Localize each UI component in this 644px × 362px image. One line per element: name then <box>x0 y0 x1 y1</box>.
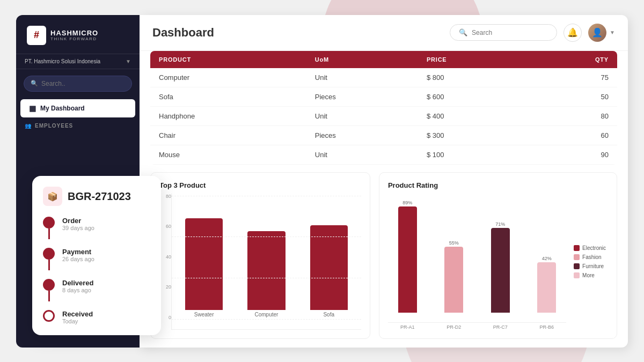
y-axis: 0 20 40 60 80 <box>159 194 171 330</box>
logo-text: HASHMICRO THINK FORWARD <box>50 29 98 41</box>
legend-item-more: More <box>574 272 606 278</box>
timeline-dot-order <box>43 217 55 228</box>
legend-item-fashion: Fashion <box>574 254 606 260</box>
y-label-40: 40 <box>159 254 171 260</box>
notification-button[interactable]: 🔔 <box>564 24 582 42</box>
rating-chart-title: Product Rating <box>388 181 608 189</box>
product-table: PRODUCT UoM PRICE QTY Computer Unit $ 80… <box>150 51 617 165</box>
avatar-button[interactable]: 👤 ▼ <box>588 24 615 42</box>
y-label-0: 0 <box>159 315 171 320</box>
sidebar-search[interactable]: 🔍 <box>24 76 132 92</box>
topbar-right: 🔍 🔔 👤 ▼ <box>450 24 615 42</box>
card-icon: 📦 <box>43 187 62 206</box>
cell-price: $ 300 <box>418 125 528 145</box>
rating-bar-pra1: 89% <box>388 194 427 313</box>
cell-product: Computer <box>150 68 306 87</box>
bar-prc7 <box>491 228 510 313</box>
rating-chart-inner: 89% 55% 71% <box>388 194 608 330</box>
timeline-content-delivered: Delivered 8 days ago <box>62 279 94 293</box>
logo-icon: # <box>27 26 46 45</box>
bars-container: Sweater Computer Sofa <box>171 194 361 330</box>
cell-product: Chair <box>150 125 306 145</box>
table-body: Computer Unit $ 800 75 Sofa Pieces $ 600… <box>150 68 617 165</box>
legend-dot-fashion <box>574 254 580 260</box>
timeline-dot-delivered <box>43 279 55 291</box>
main-content: Dashboard 🔍 🔔 👤 ▼ PRODUCT <box>140 15 628 348</box>
cell-qty: 80 <box>528 106 617 125</box>
col-product: PRODUCT <box>150 51 306 68</box>
legend-dot-more <box>574 272 580 278</box>
employees-icon: 👥 <box>25 123 32 129</box>
cell-product: Handphone <box>150 106 306 125</box>
cell-uom: Pieces <box>306 125 418 145</box>
topbar-search-input[interactable] <box>472 29 548 36</box>
rating-bar-prd2: 55% <box>434 194 473 313</box>
timeline-left-delivered <box>43 279 55 301</box>
card-header: 📦 BGR-271023 <box>43 187 150 206</box>
rating-bars-container: 89% 55% 71% <box>388 194 566 323</box>
topbar-search-icon: 🔍 <box>459 28 467 36</box>
rating-bars-area: 89% 55% 71% <box>388 194 566 330</box>
top3-chart-card: Top 3 Product 0 20 40 60 80 <box>150 172 370 339</box>
bar-group-computer <box>239 196 293 310</box>
timeline-item-order: Order 39 days ago <box>43 217 150 248</box>
timeline-content-order: Order 39 days ago <box>62 217 94 231</box>
timeline-line-order <box>48 228 50 239</box>
timeline-dot-received <box>43 310 55 322</box>
legend-dot-furniture <box>574 263 580 269</box>
sidebar-section-employees: 👥 EMPLOYEES <box>16 119 140 131</box>
legend-dot-electronic <box>574 245 580 251</box>
cell-product: Sofa <box>150 87 306 106</box>
col-qty: QTY <box>528 51 617 68</box>
bar-prd2 <box>444 247 463 312</box>
top3-bar-chart-area: 0 20 40 60 80 <box>159 194 361 330</box>
rating-chart-card: Product Rating 89% 55 <box>379 172 617 339</box>
cell-uom: Unit <box>306 106 418 125</box>
timeline-item-received: Received Today <box>43 310 150 324</box>
order-status-card: 📦 BGR-271023 Order 39 days ago Payment 2… <box>32 176 161 335</box>
timeline-item-delivered: Delivered 8 days ago <box>43 279 150 310</box>
table-header-row: PRODUCT UoM PRICE QTY <box>150 51 617 68</box>
y-label-20: 20 <box>159 284 171 290</box>
timeline-item-payment: Payment 26 days ago <box>43 248 150 279</box>
bar-prb6 <box>537 262 556 312</box>
timeline-line-payment <box>48 260 50 270</box>
table-row: Handphone Unit $ 400 80 <box>150 106 617 125</box>
chevron-down-icon: ▼ <box>126 58 131 64</box>
avatar: 👤 <box>588 24 606 42</box>
topbar: Dashboard 🔍 🔔 👤 ▼ <box>140 15 628 51</box>
cell-product: Mouse <box>150 145 306 164</box>
timeline-content-payment: Payment 26 days ago <box>62 248 94 262</box>
table-row: Chair Pieces $ 300 60 <box>150 125 617 145</box>
cell-uom: Unit <box>306 68 418 87</box>
order-timeline: Order 39 days ago Payment 26 days ago De… <box>43 217 150 324</box>
bar-group-sofa <box>302 196 356 310</box>
cell-price: $ 100 <box>418 145 528 164</box>
search-icon: 🔍 <box>31 80 38 87</box>
sidebar-item-dashboard[interactable]: ▦ My Dashboard <box>20 99 135 117</box>
page-title: Dashboard <box>152 26 214 40</box>
cell-qty: 75 <box>528 68 617 87</box>
sidebar-logo: # HASHMICRO THINK FORWARD <box>16 26 140 54</box>
table-row: Computer Unit $ 800 75 <box>150 68 617 87</box>
col-price: PRICE <box>418 51 528 68</box>
y-label-60: 60 <box>159 224 171 229</box>
table-row: Sofa Pieces $ 600 50 <box>150 87 617 106</box>
sidebar-search-input[interactable] <box>41 80 125 87</box>
cell-qty: 50 <box>528 87 617 106</box>
bar-pra1 <box>398 206 417 313</box>
x-labels: Sweater Computer Sofa <box>177 310 356 320</box>
timeline-left <box>43 217 55 239</box>
cell-price: $ 600 <box>418 87 528 106</box>
timeline-dot-payment <box>43 248 55 260</box>
company-selector[interactable]: PT. Hashmicro Solusi Indonesia ▼ <box>16 54 140 69</box>
top3-chart-title: Top 3 Product <box>159 181 361 189</box>
topbar-search[interactable]: 🔍 <box>450 24 557 41</box>
rating-bar-prb6: 42% <box>528 194 567 313</box>
cell-qty: 60 <box>528 125 617 145</box>
table-row: Mouse Unit $ 100 90 <box>150 145 617 164</box>
order-id: BGR-271023 <box>68 190 131 203</box>
x-label-computer: Computer <box>239 312 293 317</box>
cell-uom: Pieces <box>306 87 418 106</box>
x-label-sofa: Sofa <box>302 312 356 317</box>
